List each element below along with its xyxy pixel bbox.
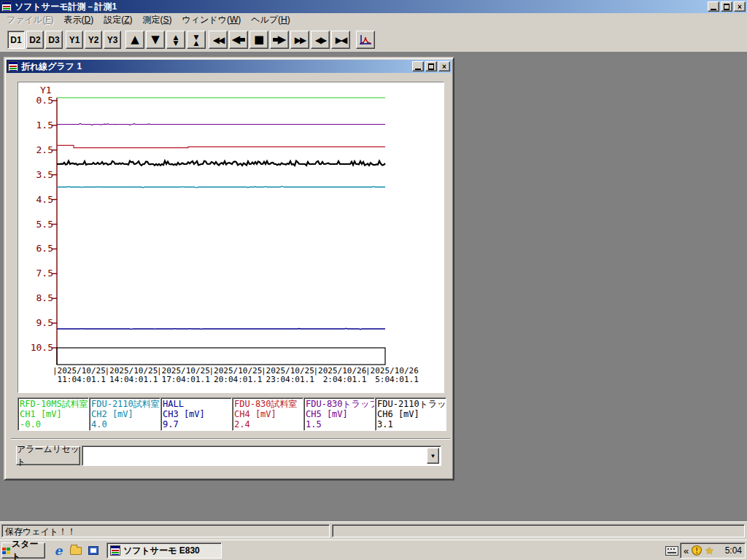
x-tick-label: |2025/10/25 20:04:01.1 bbox=[209, 367, 266, 384]
legend-cell-ch6: FDU-2110トラップ CH6 [mV] 3.1 bbox=[375, 397, 446, 431]
main-titlebar: ソフトサーモ計測－計測1 × bbox=[0, 0, 747, 13]
arrow-down-icon: ▼ bbox=[151, 34, 160, 45]
graph-close-button[interactable]: × bbox=[438, 61, 450, 71]
toolbar-d2-button[interactable]: D2 bbox=[26, 31, 44, 49]
minimize-icon bbox=[415, 69, 421, 70]
series-ch5 bbox=[57, 123, 385, 125]
graph-window-title: 折れ線グラフ 1 bbox=[21, 61, 82, 73]
star-icon[interactable]: ★ bbox=[705, 545, 714, 556]
double-right-icon: ▶▶ bbox=[295, 35, 305, 45]
x-tick-label: |2025/10/25 11:04:01.1 bbox=[53, 367, 109, 384]
x-tick-label: |2025/10/25 23:04:01.1 bbox=[261, 367, 318, 384]
internet-explorer-icon[interactable]: e bbox=[51, 543, 66, 558]
desktop: ソフトサーモ計測－計測1 × ファイル(F) 表示(D) 設定(Z) 測定(S)… bbox=[0, 0, 747, 560]
toolbar-d3-button[interactable]: D3 bbox=[45, 31, 63, 49]
expand-vertical-icon: ▲▼ bbox=[174, 34, 179, 46]
main-window-title: ソフトサーモ計測－計測1 bbox=[15, 1, 117, 13]
expand-horizontal-button[interactable]: ◀▶ bbox=[311, 31, 330, 49]
y-tick-label: 1.5 bbox=[21, 120, 53, 131]
arrow-right-icon: ▶ bbox=[273, 34, 287, 45]
menu-view[interactable]: 表示(D) bbox=[58, 12, 98, 28]
status-bar: 保存ウェイト！！ bbox=[0, 521, 747, 540]
arrow-left-icon: ◀ bbox=[232, 34, 246, 45]
legend-cell-ch1: RFD-10MS試料室 CH1 [mV] -0.0 bbox=[18, 397, 89, 431]
compress-vertical-button[interactable]: ▼▲ bbox=[187, 31, 206, 49]
x-tick-label: |2025/10/25 17:04:01.1 bbox=[157, 367, 214, 384]
expand-vertical-button[interactable]: ▲▼ bbox=[166, 31, 185, 49]
chart-icon bbox=[359, 34, 372, 46]
graph-window-titlebar[interactable]: 折れ線グラフ 1 × bbox=[7, 60, 452, 73]
graph-minimize-button[interactable] bbox=[412, 61, 424, 71]
y-tick-label: 7.5 bbox=[21, 268, 53, 279]
toolbar-y3-button[interactable]: Y3 bbox=[104, 31, 121, 49]
series-ch3 bbox=[57, 328, 385, 329]
status-message: 保存ウェイト！！ bbox=[1, 524, 330, 537]
close-icon: × bbox=[738, 3, 742, 11]
stop-button[interactable]: ■ bbox=[249, 31, 268, 49]
y-tick-label: 10.5 bbox=[21, 342, 53, 353]
toolbar-d1-button[interactable]: D1 bbox=[7, 31, 25, 49]
menu-file[interactable]: ファイル(F) bbox=[1, 12, 58, 28]
legend-cell-ch5: FDU-830トラップ CH5 [mV] 1.5 bbox=[303, 397, 375, 431]
restore-button[interactable] bbox=[721, 1, 732, 12]
legend-cell-ch3: HALL CH3 [mV] 9.7 bbox=[160, 397, 232, 431]
combo-dropdown-button[interactable]: ▼ bbox=[427, 448, 439, 464]
tray-clock: 5:04 bbox=[725, 545, 742, 556]
taskbar-task-button[interactable]: ソフトサーモ E830 bbox=[107, 542, 222, 559]
taskbar: スタート e ソフトサーモ E830 « ! ★ 5:04 bbox=[0, 540, 747, 560]
y-tick-label: 8.5 bbox=[21, 292, 53, 303]
mdi-area: 折れ線グラフ 1 × Y1 0.51.52.53.54.55.56.57.58.… bbox=[0, 52, 747, 521]
compress-horizontal-button[interactable]: ▶◀ bbox=[331, 31, 350, 49]
scroll-up-button[interactable]: ▲ bbox=[125, 31, 144, 49]
step-back-button[interactable]: ◀ bbox=[229, 31, 248, 49]
graph-window: 折れ線グラフ 1 × Y1 0.51.52.53.54.55.56.57.58.… bbox=[4, 57, 454, 481]
y-axis-label: Y1 bbox=[40, 85, 52, 96]
toolbar: D1 D2 D3 Y1 Y2 Y3 ▲ ▼ ▲▼ ▼▲ ◀◀ ◀ ■ ▶ ▶▶ … bbox=[0, 27, 747, 52]
y-tick-label: 4.5 bbox=[21, 194, 53, 205]
windows-logo-icon bbox=[2, 548, 9, 554]
in-pair-icon: ▶◀ bbox=[336, 35, 346, 45]
legend-cell-ch2: FDU-2110試料室 CH2 [mV] 4.0 bbox=[89, 397, 160, 431]
system-tray: « ! ★ 5:04 bbox=[680, 542, 746, 559]
series-ch4 bbox=[57, 145, 385, 147]
toolbar-y2-button[interactable]: Y2 bbox=[85, 31, 102, 49]
menu-settings[interactable]: 設定(Z) bbox=[98, 12, 137, 28]
step-forward-button[interactable]: ▶ bbox=[270, 31, 289, 49]
status-panel-2 bbox=[332, 524, 745, 537]
menu-measure[interactable]: 測定(S) bbox=[137, 12, 177, 28]
security-shield-icon[interactable]: ! bbox=[692, 545, 702, 556]
y-tick-label: 2.5 bbox=[21, 144, 53, 155]
scroll-down-button[interactable]: ▼ bbox=[146, 31, 165, 49]
minimize-icon bbox=[711, 9, 716, 10]
fast-forward-button[interactable]: ▶▶ bbox=[290, 31, 309, 49]
channel-legend: RFD-10MS試料室 CH1 [mV] -0.0FDU-2110試料室 CH2… bbox=[18, 397, 446, 431]
rewind-button[interactable]: ◀◀ bbox=[209, 31, 228, 49]
plot-area: Y1 0.51.52.53.54.55.56.57.58.59.510.5 |2… bbox=[18, 82, 444, 393]
alarm-reset-button[interactable]: アラームリセット bbox=[16, 446, 80, 465]
x-tick-label: |2025/10/25 14:04:01.1 bbox=[105, 367, 162, 384]
line-chart bbox=[18, 82, 444, 392]
x-tick-label: |2025/10/26 2:04:01.1 bbox=[314, 367, 371, 384]
restore-icon bbox=[724, 4, 729, 9]
show-desktop-icon[interactable] bbox=[86, 543, 101, 558]
close-button[interactable]: × bbox=[734, 1, 746, 12]
tray-chevron-icon[interactable]: « bbox=[684, 545, 689, 556]
keyboard-layout-icon[interactable] bbox=[665, 546, 678, 556]
graph-maximize-button[interactable] bbox=[425, 61, 437, 71]
toolbar-y1-button[interactable]: Y1 bbox=[66, 31, 83, 49]
maximize-icon bbox=[428, 64, 434, 69]
series-ch6 bbox=[57, 161, 385, 166]
app-icon bbox=[1, 1, 12, 12]
menu-window[interactable]: ウィンドウ(W) bbox=[177, 12, 247, 28]
double-left-icon: ◀◀ bbox=[213, 35, 223, 45]
arrow-up-icon: ▲ bbox=[131, 34, 139, 45]
menu-help[interactable]: ヘルプ(H) bbox=[246, 12, 295, 28]
alarm-combobox[interactable]: ▼ bbox=[82, 446, 441, 466]
y-tick-label: 3.5 bbox=[21, 169, 53, 180]
folder-icon[interactable] bbox=[69, 543, 83, 558]
legend-cell-ch4: FDU-830試料室 CH4 [mV] 2.4 bbox=[232, 397, 303, 431]
start-button[interactable]: スタート bbox=[1, 542, 45, 559]
minimize-button[interactable] bbox=[708, 1, 719, 12]
graph-view-button[interactable] bbox=[356, 31, 375, 49]
y-tick-label: 5.5 bbox=[21, 219, 53, 230]
